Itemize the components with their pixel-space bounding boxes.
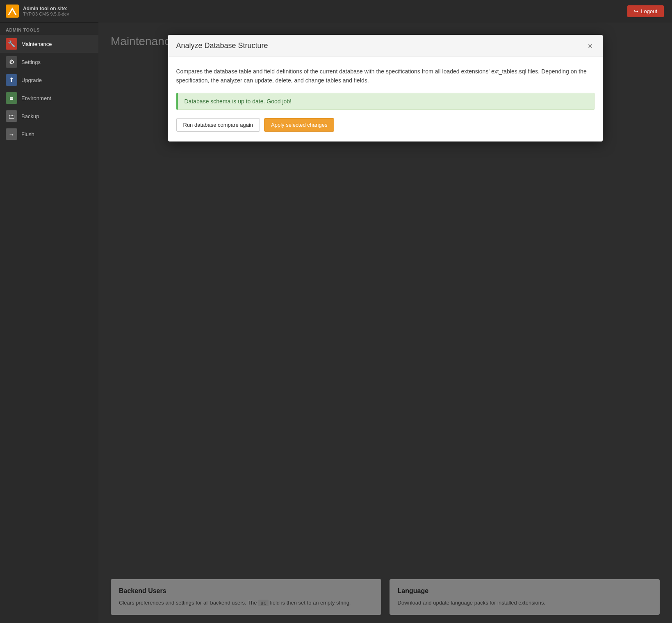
modal-title: Analyze Database Structure	[176, 41, 268, 50]
main-content: ↪ Logout Maintenance Analyze Database St…	[98, 0, 672, 623]
upgrade-icon: ⬆	[6, 74, 17, 86]
logout-button[interactable]: ↪ Logout	[627, 5, 664, 17]
modal-dialog: Analyze Database Structure × Compares th…	[168, 35, 603, 141]
sidebar-header: Admin tool on site: TYPO3 CMS 9.5.0-dev	[0, 0, 98, 23]
sidebar-item-maintenance[interactable]: 🔧 Maintenance	[0, 35, 98, 53]
sidebar-item-label: Backup	[21, 113, 39, 119]
sidebar-nav-label: Admin Tools	[0, 23, 98, 35]
apply-changes-button[interactable]: Apply selected changes	[264, 118, 334, 132]
maintenance-icon: 🔧	[6, 38, 17, 50]
sidebar-item-label: Flush	[21, 131, 34, 137]
sidebar-item-label: Settings	[21, 59, 41, 65]
logout-icon: ↪	[634, 8, 638, 14]
modal-header: Analyze Database Structure ×	[168, 35, 603, 57]
sidebar-item-environment[interactable]: ≡ Environment	[0, 89, 98, 107]
status-message: Database schema is up to date. Good job!	[185, 98, 292, 105]
sidebar-item-flush[interactable]: → Flush	[0, 125, 98, 143]
sidebar: Admin tool on site: TYPO3 CMS 9.5.0-dev …	[0, 0, 98, 623]
sidebar-item-label: Environment	[21, 95, 51, 101]
modal-close-button[interactable]: ×	[586, 42, 595, 50]
app-subtitle: TYPO3 CMS 9.5.0-dev	[23, 11, 69, 16]
modal-overlay: Analyze Database Structure × Compares th…	[98, 23, 672, 571]
sidebar-item-upgrade[interactable]: ⬆ Upgrade	[0, 71, 98, 89]
page-area: Maintenance Analyze Database Structure ×…	[98, 23, 672, 571]
status-alert: Database schema is up to date. Good job!	[176, 93, 595, 110]
flush-icon: →	[6, 128, 17, 140]
sidebar-item-settings[interactable]: ⚙ Settings	[0, 53, 98, 71]
environment-icon: ≡	[6, 92, 17, 104]
modal-description: Compares the database table and field de…	[176, 67, 595, 85]
modal-body: Compares the database table and field de…	[168, 57, 603, 141]
app-title: Admin tool on site:	[23, 6, 69, 11]
sidebar-item-backup[interactable]: 🗃 Backup	[0, 107, 98, 125]
app-title-block: Admin tool on site: TYPO3 CMS 9.5.0-dev	[23, 6, 69, 16]
settings-icon: ⚙	[6, 56, 17, 68]
sidebar-item-label: Upgrade	[21, 77, 42, 83]
app-logo	[6, 5, 19, 18]
backup-icon: 🗃	[6, 110, 17, 122]
logout-label: Logout	[641, 8, 657, 14]
modal-actions: Run database compare again Apply selecte…	[176, 118, 595, 132]
run-again-button[interactable]: Run database compare again	[176, 118, 260, 132]
top-bar: ↪ Logout	[98, 0, 672, 23]
sidebar-item-label: Maintenance	[21, 41, 52, 47]
